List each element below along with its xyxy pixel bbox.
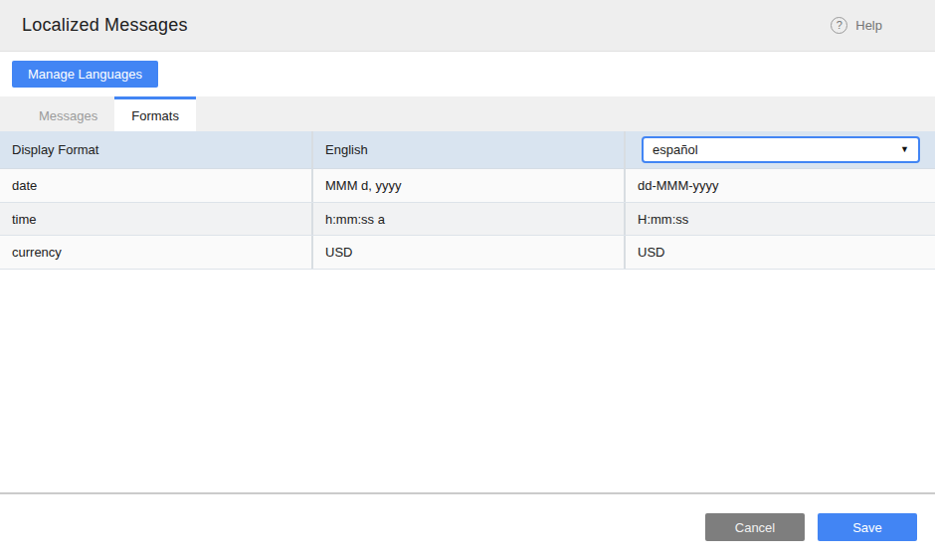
format-name: currency	[0, 236, 311, 269]
format-english-value: MMM d, yyyy	[311, 169, 624, 202]
table-row-currency: currency USD USD	[0, 236, 935, 270]
format-name: time	[0, 203, 311, 235]
footer-bar: Cancel Save	[0, 492, 935, 560]
format-english-value: h:mm:ss a	[311, 203, 624, 235]
table-row-time: time h:mm:ss a H:mm:ss	[0, 203, 935, 236]
help-icon: ?	[831, 17, 847, 34]
formats-table: Display Format English español ▼ date MM…	[0, 131, 935, 270]
language-select[interactable]: español ▼	[642, 136, 920, 163]
table-row-date: date MMM d, yyyy dd-MMM-yyyy	[0, 169, 935, 203]
column-header-english: English	[311, 131, 624, 168]
content-spacer	[0, 270, 935, 492]
format-localized-value: dd-MMM-yyyy	[624, 169, 935, 202]
table-header-row: Display Format English español ▼	[0, 131, 935, 169]
manage-languages-button[interactable]: Manage Languages	[12, 61, 158, 88]
help-label: Help	[855, 18, 882, 33]
tab-formats[interactable]: Formats	[114, 96, 196, 131]
format-localized-value: USD	[624, 236, 935, 269]
localized-messages-page: Localized Messages ? Help Manage Languag…	[0, 0, 935, 560]
format-name: date	[0, 169, 311, 202]
save-button[interactable]: Save	[818, 513, 917, 541]
dropdown-arrow-icon: ▼	[900, 145, 909, 154]
page-title: Localized Messages	[22, 15, 188, 36]
cancel-button[interactable]: Cancel	[705, 513, 805, 541]
help-button[interactable]: ? Help	[831, 17, 882, 34]
header-bar: Localized Messages ? Help	[0, 0, 935, 52]
language-select-cell: español ▼	[624, 131, 935, 168]
column-header-display-format: Display Format	[0, 131, 311, 168]
format-localized-value: H:mm:ss	[624, 203, 935, 235]
tab-messages[interactable]: Messages	[22, 96, 114, 131]
format-english-value: USD	[311, 236, 624, 269]
tab-bar: Messages Formats	[0, 96, 935, 131]
language-select-value: español	[653, 142, 698, 157]
toolbar: Manage Languages	[0, 52, 935, 96]
